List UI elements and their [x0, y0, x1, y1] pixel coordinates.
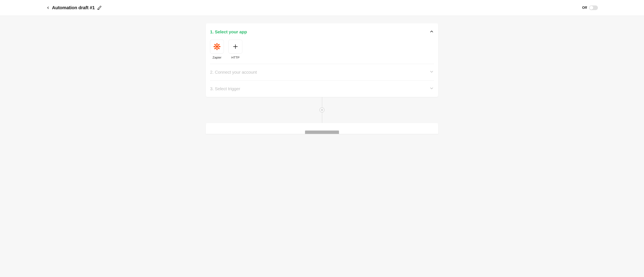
- svg-rect-7: [214, 44, 216, 46]
- chevron-down-icon: [429, 86, 434, 91]
- section-title: 1. Select your app: [210, 29, 247, 35]
- toggle-knob: [590, 6, 593, 10]
- pencil-icon: [97, 6, 102, 10]
- plus-icon: [321, 109, 323, 111]
- automation-toggle[interactable]: [589, 6, 598, 10]
- connector-line: [322, 113, 322, 123]
- app-label: Zapier: [212, 56, 222, 59]
- app-icon-box: [210, 40, 224, 54]
- section-select-app: 1. Select your app: [210, 23, 434, 64]
- section-connect-account[interactable]: 2. Connect your account: [210, 64, 434, 80]
- back-button[interactable]: [46, 6, 50, 10]
- expand-chevron: [429, 70, 434, 75]
- svg-rect-8: [218, 47, 220, 50]
- svg-rect-4: [218, 46, 220, 47]
- svg-rect-2: [216, 48, 218, 50]
- expand-chevron: [429, 86, 434, 92]
- automation-canvas: 1. Select your app: [0, 16, 644, 277]
- svg-rect-5: [218, 44, 220, 46]
- add-step-button[interactable]: [320, 107, 324, 113]
- section-header-select-app[interactable]: 1. Select your app: [210, 29, 434, 35]
- app-icon-box: [228, 40, 242, 54]
- app-label: HTTP: [231, 56, 240, 59]
- section-select-trigger[interactable]: 3. Select trigger: [210, 81, 434, 97]
- svg-rect-6: [214, 47, 216, 50]
- svg-rect-3: [214, 46, 216, 47]
- app-grid: Zapier HTTP: [210, 40, 434, 59]
- placeholder-bar: [305, 131, 339, 134]
- page-title: Automation draft #1: [52, 5, 95, 11]
- header-left: Automation draft #1: [46, 5, 102, 11]
- page-header: Automation draft #1 Off: [0, 0, 644, 16]
- edit-title-button[interactable]: [97, 6, 102, 10]
- section-title: 3. Select trigger: [210, 86, 240, 91]
- zapier-icon: [213, 42, 221, 51]
- section-title: 2. Connect your account: [210, 70, 257, 75]
- collapse-chevron[interactable]: [429, 29, 434, 35]
- chevron-up-icon: [429, 29, 434, 34]
- action-config-card: [206, 123, 438, 134]
- plus-icon: [232, 44, 238, 50]
- trigger-config-card: 1. Select your app: [206, 23, 438, 97]
- app-tile-http[interactable]: HTTP: [228, 40, 242, 59]
- chevron-left-icon: [46, 6, 50, 10]
- svg-point-9: [216, 46, 218, 48]
- app-tile-zapier[interactable]: Zapier: [210, 40, 224, 59]
- header-right: Off: [582, 6, 598, 10]
- svg-rect-1: [216, 43, 218, 45]
- step-connector: [206, 97, 438, 123]
- toggle-status-label: Off: [582, 6, 587, 10]
- chevron-down-icon: [429, 70, 434, 74]
- connector-line: [322, 97, 322, 107]
